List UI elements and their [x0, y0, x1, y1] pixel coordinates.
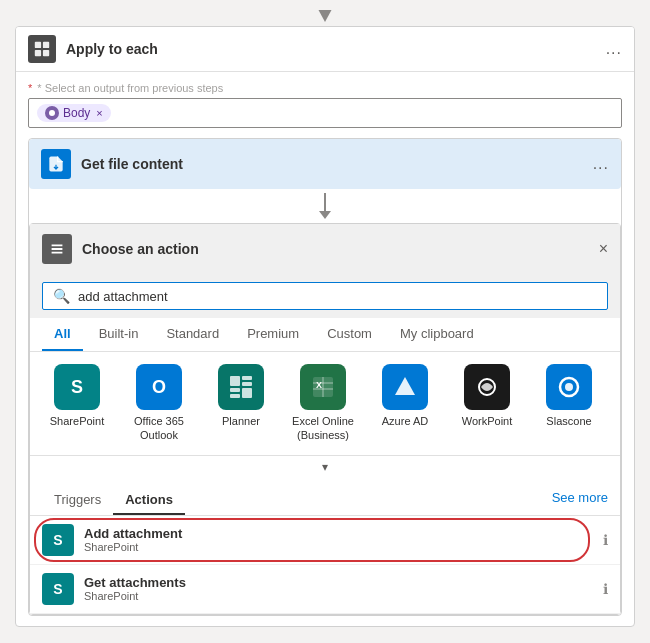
body-token: Body ×: [37, 104, 111, 122]
token-icon: [45, 106, 59, 120]
planner-label: Planner: [222, 414, 260, 428]
svg-rect-13: [242, 388, 252, 398]
get-file-card: Get file content ...: [29, 139, 621, 189]
svg-rect-11: [230, 388, 240, 392]
svg-rect-2: [35, 50, 41, 56]
see-more-link[interactable]: See more: [552, 490, 608, 511]
result-get-attachments[interactable]: S Get attachments SharePoint ℹ: [30, 565, 620, 614]
sub-tab-actions[interactable]: Actions: [113, 486, 185, 515]
get-file-title: Get file content: [81, 156, 593, 172]
connector-azuread[interactable]: Azure AD: [370, 364, 440, 443]
add-attachment-info-icon[interactable]: ℹ: [603, 532, 608, 548]
required-star: *: [28, 82, 32, 94]
search-box-container: 🔍: [30, 274, 620, 318]
office365-icon: O: [136, 364, 182, 410]
arrow-head: [319, 211, 331, 219]
get-attachments-text: Get attachments SharePoint: [84, 575, 603, 602]
sub-tab-triggers[interactable]: Triggers: [42, 486, 113, 515]
azuread-icon: [382, 364, 428, 410]
sharepoint-icon: S: [54, 364, 100, 410]
loop-icon: [28, 35, 56, 63]
excel-label: Excel Online (Business): [288, 414, 358, 443]
get-attachments-icon: S: [42, 573, 74, 605]
tab-premium[interactable]: Premium: [235, 318, 311, 351]
search-box[interactable]: 🔍: [42, 282, 608, 310]
connector-excel[interactable]: X Excel Online (Business): [288, 364, 358, 443]
apply-to-each-body: * * Select an output from previous steps…: [16, 72, 634, 138]
output-token-input[interactable]: Body ×: [28, 98, 622, 128]
svg-point-4: [49, 110, 55, 116]
get-attachments-subtitle: SharePoint: [84, 590, 603, 602]
tab-clipboard[interactable]: My clipboard: [388, 318, 486, 351]
add-attachment-text: Add attachment SharePoint: [84, 526, 603, 553]
get-attachments-info-icon[interactable]: ℹ: [603, 581, 608, 597]
connector-slascone[interactable]: Slascone: [534, 364, 604, 443]
apply-to-each-title: Apply to each: [66, 41, 606, 57]
choose-action-close-btn[interactable]: ×: [599, 240, 608, 258]
connectors-grid: S SharePoint O Office 365 Outlook: [30, 352, 620, 455]
tab-all[interactable]: All: [42, 318, 83, 351]
add-attachment-title: Add attachment: [84, 526, 603, 541]
office365-label: Office 365 Outlook: [124, 414, 194, 443]
sharepoint-label: SharePoint: [50, 414, 104, 428]
choose-action-title: Choose an action: [82, 241, 599, 257]
excel-icon: X: [300, 364, 346, 410]
connector-office365[interactable]: O Office 365 Outlook: [124, 364, 194, 443]
svg-rect-0: [35, 42, 41, 48]
get-attachments-title: Get attachments: [84, 575, 603, 590]
search-icon: 🔍: [53, 288, 70, 304]
slascone-icon: [546, 364, 592, 410]
collapse-row: ▾: [30, 455, 620, 478]
tab-builtin[interactable]: Built-in: [87, 318, 151, 351]
apply-to-each-card: Apply to each ... * * Select an output f…: [15, 26, 635, 627]
slascone-label: Slascone: [546, 414, 591, 428]
choose-action-header: Choose an action ×: [30, 224, 620, 274]
tab-custom[interactable]: Custom: [315, 318, 384, 351]
connector-workpoint[interactable]: WorkPoint: [452, 364, 522, 443]
sub-tabs-container: Triggers Actions See more: [30, 478, 620, 516]
filter-tabs: All Built-in Standard Premium Custom My …: [30, 318, 620, 352]
svg-rect-3: [43, 50, 49, 56]
token-label: Body: [63, 106, 90, 120]
get-file-header: Get file content ...: [29, 139, 621, 189]
workpoint-label: WorkPoint: [462, 414, 513, 428]
results-list: S Add attachment SharePoint ℹ S: [30, 516, 620, 614]
collapse-arrow-icon[interactable]: ▾: [322, 460, 328, 474]
tab-standard[interactable]: Standard: [154, 318, 231, 351]
result-add-attachment[interactable]: S Add attachment SharePoint ℹ: [30, 516, 620, 565]
choose-action-card: Choose an action × 🔍 All Built-in Standa…: [29, 223, 621, 615]
top-arrow: [318, 10, 332, 22]
svg-point-21: [565, 383, 573, 391]
azuread-label: Azure AD: [382, 414, 428, 428]
arrow-line: [324, 193, 326, 211]
connector-planner[interactable]: Planner: [206, 364, 276, 443]
main-container: Apply to each ... * * Select an output f…: [0, 0, 650, 643]
get-file-icon: [41, 149, 71, 179]
add-attachment-icon: S: [42, 524, 74, 556]
svg-rect-8: [230, 376, 240, 386]
add-attachment-subtitle: SharePoint: [84, 541, 603, 553]
svg-text:X: X: [316, 380, 322, 390]
search-input[interactable]: [78, 289, 597, 304]
connector-sharepoint[interactable]: S SharePoint: [42, 364, 112, 443]
svg-rect-9: [242, 376, 252, 380]
svg-rect-12: [230, 394, 240, 398]
planner-icon: [218, 364, 264, 410]
svg-rect-1: [43, 42, 49, 48]
arrow-connector: [29, 189, 621, 223]
choose-action-icon: [42, 234, 72, 264]
workpoint-icon: [464, 364, 510, 410]
inner-content: Get file content ...: [28, 138, 622, 616]
svg-rect-10: [242, 382, 252, 386]
apply-to-each-header: Apply to each ...: [16, 27, 634, 72]
token-close-btn[interactable]: ×: [96, 107, 102, 119]
get-file-menu[interactable]: ...: [593, 155, 609, 173]
select-output-label: * * Select an output from previous steps: [28, 82, 622, 94]
apply-to-each-menu[interactable]: ...: [606, 40, 622, 58]
